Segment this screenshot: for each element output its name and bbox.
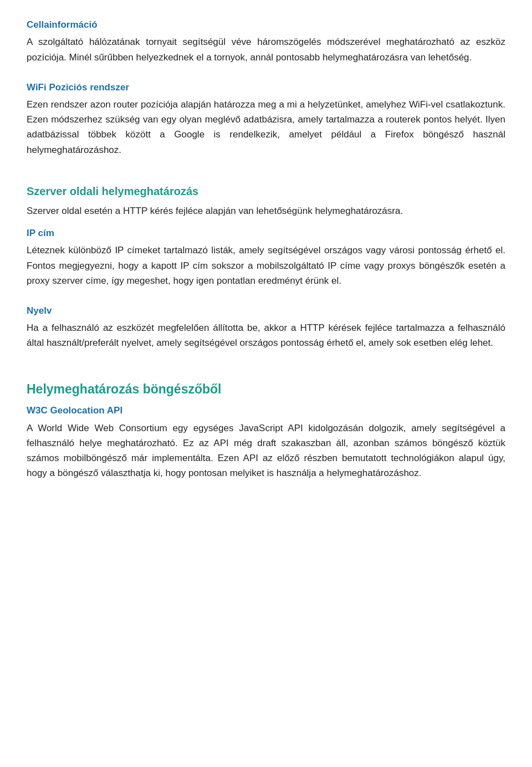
heading-cellainformacio: Cellainformáció — [27, 18, 505, 32]
para-cellainformacio-1: A szolgáltató hálózatának tornyait segít… — [27, 34, 505, 64]
para-szerver-1: Szerver oldal esetén a HTTP kérés fejléc… — [27, 203, 505, 218]
section-w3c: W3C Geolocation API A World Wide Web Con… — [27, 403, 505, 480]
para-nyelv-1: Ha a felhasználó az eszközét megfelelően… — [27, 320, 505, 350]
heading-ip: IP cím — [27, 226, 505, 241]
section-szerver: Szerver oldali helymeghatározás Szerver … — [27, 183, 505, 218]
section-nyelv: Nyelv Ha a felhasználó az eszközét megfe… — [27, 304, 505, 351]
para-w3c-1: A World Wide Web Consortium egy egységes… — [27, 421, 505, 481]
heading-wifi: WiFi Poziciós rendszer — [27, 80, 505, 95]
heading-w3c: W3C Geolocation API — [27, 403, 505, 418]
section-ip: IP cím Léteznek különböző IP címeket tar… — [27, 226, 505, 288]
heading-helymeg-bongeszoboel: Helymeghatározás böngészőből — [27, 380, 505, 400]
section-helymeg-bongeszoboel: Helymeghatározás böngészőből — [27, 380, 505, 400]
section-wifi: WiFi Poziciós rendszer Ezen rendszer azo… — [27, 80, 505, 157]
page-content: Cellainformáció A szolgáltató hálózatána… — [27, 18, 505, 480]
heading-nyelv: Nyelv — [27, 304, 505, 318]
para-ip-1: Léteznek különböző IP címeket tartalmazó… — [27, 243, 505, 288]
para-wifi-1: Ezen rendszer azon router pozíciója alap… — [27, 97, 505, 157]
heading-szerver: Szerver oldali helymeghatározás — [27, 183, 505, 200]
section-cellainformacio: Cellainformáció A szolgáltató hálózatána… — [27, 18, 505, 65]
